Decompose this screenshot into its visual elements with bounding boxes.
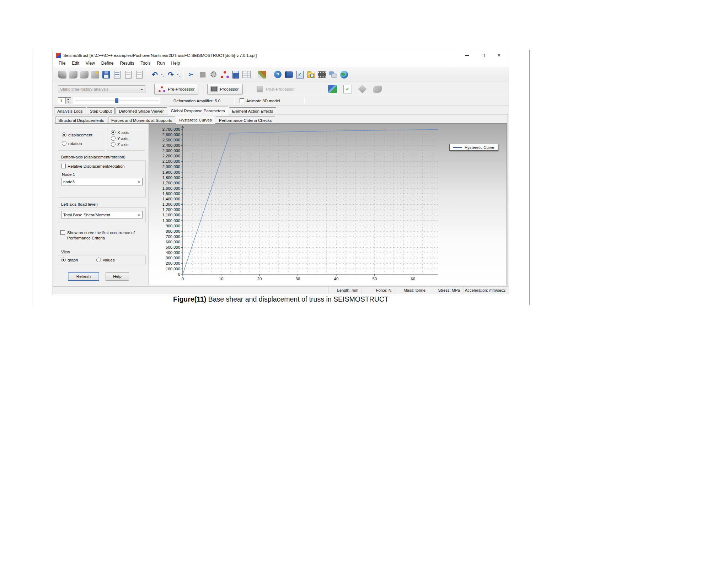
new-model-icon[interactable] xyxy=(57,70,67,79)
search-folder-icon[interactable] xyxy=(306,70,316,79)
y-axis-radio[interactable] xyxy=(111,136,116,141)
svg-text:900,000: 900,000 xyxy=(166,224,180,228)
shape-tool-button[interactable] xyxy=(371,83,384,95)
values-label: values xyxy=(103,258,114,262)
displacement-label: displacement xyxy=(68,133,92,137)
processor-button[interactable]: Processor xyxy=(207,84,242,94)
step-slider[interactable] xyxy=(73,97,160,104)
svg-text:800,000: 800,000 xyxy=(166,229,180,233)
values-option[interactable]: values xyxy=(96,258,114,262)
menu-view[interactable]: View xyxy=(83,60,98,66)
z-axis-radio[interactable] xyxy=(111,142,116,147)
copy-icon[interactable] xyxy=(123,70,133,79)
paste-icon[interactable] xyxy=(134,70,144,79)
check-document-icon[interactable]: ✓ xyxy=(295,70,305,79)
graph-option[interactable]: graph xyxy=(61,258,78,262)
save-icon[interactable] xyxy=(101,70,111,79)
media-icon[interactable] xyxy=(317,70,327,79)
restore-button[interactable] xyxy=(478,52,488,59)
relative-displacement-checkbox[interactable] xyxy=(61,164,66,168)
tab-performance-criteria-checks[interactable]: Performance Criteria Checks xyxy=(216,117,275,123)
feedback-chat-icon[interactable] xyxy=(328,70,338,79)
tab-global-response-parameters[interactable]: Global Response Parameters xyxy=(168,107,228,114)
tab-step-output[interactable]: Step Output xyxy=(87,107,115,114)
grid-icon[interactable] xyxy=(242,70,251,79)
menu-tools[interactable]: Tools xyxy=(138,60,154,66)
spinner-down-icon[interactable] xyxy=(66,101,71,104)
minimize-button[interactable] xyxy=(462,52,472,59)
deformed-shape-tool-button[interactable] xyxy=(327,83,339,95)
spinner-up-icon[interactable] xyxy=(66,98,71,101)
open-model-icon[interactable] xyxy=(68,70,78,79)
import-model-icon[interactable] xyxy=(79,70,89,79)
z-axis-option[interactable]: Z-axis xyxy=(111,142,145,147)
animate-3d-checkbox[interactable] xyxy=(240,98,244,103)
diamond-tool-button[interactable] xyxy=(357,83,369,95)
checklist-tool-button[interactable]: ✓ xyxy=(342,83,354,95)
rotation-option[interactable]: rotation xyxy=(62,141,105,146)
svg-text:1,400,000: 1,400,000 xyxy=(162,197,180,201)
help-button[interactable]: Help xyxy=(106,272,129,281)
pre-processor-button[interactable]: Pre-Processor xyxy=(154,84,198,94)
slider-handle[interactable] xyxy=(115,98,118,103)
redo-icon[interactable]: ↷ xyxy=(166,70,176,79)
node-combo[interactable]: node3 xyxy=(61,178,143,185)
stop-icon[interactable] xyxy=(198,70,207,79)
paintbrush-icon[interactable] xyxy=(257,70,267,79)
y-axis-option[interactable]: Y-axis xyxy=(111,136,145,141)
window-title: SeismoStruct [E:\C++\C++ examples\Pushov… xyxy=(63,53,462,58)
view-group: graph values xyxy=(58,255,146,265)
tab-deformed-shape-viewer[interactable]: Deformed Shape Viewer xyxy=(116,107,167,114)
page-margin-line-left xyxy=(32,50,32,305)
analysis-type-combo[interactable]: Static time-history analysis xyxy=(58,85,145,93)
svg-text:2,300,000: 2,300,000 xyxy=(162,148,180,153)
show-performance-checkbox[interactable] xyxy=(60,230,65,235)
tab-structural-displacements[interactable]: Structural Displacements xyxy=(55,117,107,123)
values-radio[interactable] xyxy=(96,258,101,262)
calculator-icon[interactable] xyxy=(231,70,240,79)
menu-edit[interactable]: Edit xyxy=(69,60,82,66)
tab-analysis-logs[interactable]: Analysis Logs xyxy=(54,107,86,114)
rotation-radio[interactable] xyxy=(62,141,66,146)
branch-icon[interactable]: Y xyxy=(187,70,196,79)
toolbar-separator xyxy=(183,69,184,80)
menu-run[interactable]: Run xyxy=(154,60,168,66)
displacement-radio[interactable] xyxy=(62,133,66,137)
x-axis-radio[interactable] xyxy=(111,130,116,135)
load-level-combo[interactable]: Total Base Shear/Moment xyxy=(61,211,143,218)
relative-displacement-option[interactable]: Relative Displacement/Rotation xyxy=(61,164,143,168)
svg-text:400,000: 400,000 xyxy=(166,250,180,255)
report-icon[interactable] xyxy=(112,70,122,79)
step-spinner[interactable]: 1 xyxy=(58,97,71,104)
help-icon[interactable]: ? xyxy=(273,70,283,79)
svg-text:1,900,000: 1,900,000 xyxy=(162,170,180,174)
web-globe-icon[interactable] xyxy=(339,70,349,79)
post-processor-button[interactable]: Post-Processor xyxy=(252,84,318,94)
menu-define[interactable]: Define xyxy=(98,60,117,66)
show-performance-option[interactable]: Show on curve the first occurrence of Pe… xyxy=(60,230,146,241)
shape-blob-icon xyxy=(373,86,382,93)
toolbar-separator xyxy=(322,83,322,95)
x-axis-option[interactable]: X-axis xyxy=(111,130,145,135)
manual-book-icon[interactable] xyxy=(284,70,294,79)
close-button[interactable]: × xyxy=(494,52,504,59)
z-axis-label: Z-axis xyxy=(117,142,128,147)
graph-radio[interactable] xyxy=(61,258,66,262)
nodes-icon[interactable] xyxy=(220,70,229,79)
chart-area: 0100,000200,000300,000400,000500,000600,… xyxy=(149,124,507,285)
wizard-icon[interactable] xyxy=(90,70,100,79)
undo-icon[interactable]: ↶ xyxy=(150,70,160,79)
refresh-button[interactable]: Refresh xyxy=(68,272,99,281)
figure-caption-number: Figure(11) xyxy=(173,295,206,303)
tab-hysteretic-curves[interactable]: Hysteretic Curves xyxy=(176,116,215,124)
displacement-option[interactable]: displacement xyxy=(62,133,105,137)
pre-processor-icon xyxy=(158,86,165,92)
minimize-icon xyxy=(465,55,469,56)
tab-forces-moments-supports[interactable]: Forces and Moments at Supports xyxy=(108,117,175,123)
menu-file[interactable]: File xyxy=(56,60,68,66)
animate-3d-checkbox-row[interactable]: Animate 3D model xyxy=(235,98,304,103)
tab-element-action-effects[interactable]: Element Action Effects xyxy=(229,107,277,114)
menu-help[interactable]: Help xyxy=(168,60,183,66)
settings-gear-icon[interactable] xyxy=(209,70,218,79)
menu-results[interactable]: Results xyxy=(117,60,137,66)
